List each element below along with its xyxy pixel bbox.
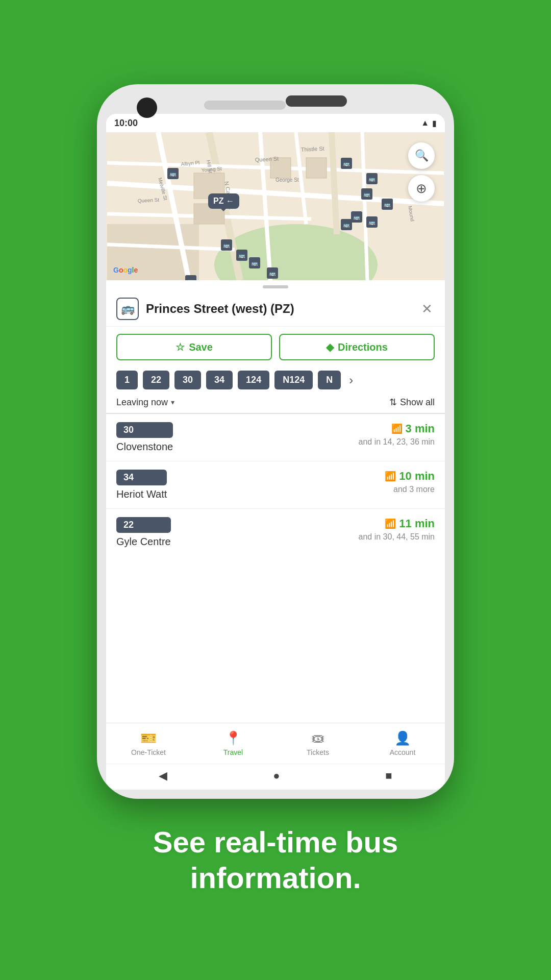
- bus-stop-marker-pz[interactable]: PZ ←: [208, 193, 239, 209]
- location-icon: ⊕: [416, 181, 427, 197]
- nav-label-tickets: Tickets: [307, 748, 329, 756]
- leaving-now-filter[interactable]: Leaving now ▾: [116, 397, 174, 408]
- home-button[interactable]: ●: [273, 769, 280, 782]
- nav-item-tickets[interactable]: 🎟 Tickets: [276, 723, 360, 764]
- route-pill-30[interactable]: 30: [174, 371, 201, 389]
- bus-time-secondary: and in 14, 23, 36 min: [359, 437, 435, 447]
- map-stop-icon: 🚌: [167, 168, 179, 179]
- headline: See real-time businformation.: [153, 824, 398, 895]
- bottom-nav: 🎫 One-Ticket 📍 Travel 🎟 Tickets 👤 Accoun…: [106, 723, 445, 764]
- stop-header: 🚌 Princes Street (west) (PZ) ✕: [106, 291, 445, 327]
- filter-bar: Leaving now ▾ ⇅ Show all: [106, 393, 445, 414]
- bus-list-item[interactable]: 22 Gyle Centre 📶 11 min and in 30, 44, 5…: [106, 509, 445, 556]
- map-stop-icon: 🚌: [236, 250, 247, 261]
- nav-item-account[interactable]: 👤 Account: [360, 723, 445, 764]
- svg-rect-16: [306, 158, 327, 178]
- bus-list-right: 📶 10 min and 3 more: [385, 470, 435, 494]
- drag-handle: [263, 285, 288, 288]
- nav-item-one-ticket[interactable]: 🎫 One-Ticket: [106, 723, 191, 764]
- map-stop-icon: 🚌: [341, 158, 352, 169]
- bus-time-value: 11 min: [399, 517, 435, 530]
- svg-text:Thistle St: Thistle St: [300, 145, 324, 153]
- star-icon: ☆: [176, 341, 185, 353]
- map-stop-icon: 🚌: [382, 199, 393, 210]
- nav-label-account: Account: [390, 748, 416, 756]
- phone-device: 10:00 ▲ ▮: [97, 84, 454, 799]
- status-bar: 10:00 ▲ ▮: [106, 114, 445, 132]
- nav-label-one-ticket: One-Ticket: [131, 748, 166, 756]
- save-button[interactable]: ☆ Save: [116, 334, 272, 360]
- svg-text:George St: George St: [276, 177, 299, 183]
- battery-icon: ▮: [432, 118, 437, 128]
- route-pill-n[interactable]: N: [318, 371, 341, 389]
- bus-list-item[interactable]: 30 Clovenstone 📶 3 min and in 14, 23, 36…: [106, 414, 445, 461]
- route-pill-1[interactable]: 1: [116, 371, 138, 389]
- search-icon: 🔍: [415, 149, 429, 162]
- route-pill-124[interactable]: 124: [238, 371, 269, 389]
- bus-time-secondary: and 3 more: [385, 485, 435, 494]
- show-all-button[interactable]: ⇅ Show all: [389, 397, 435, 408]
- route-pills-container: 1 22 30 34 124 N124 N ›: [106, 368, 445, 393]
- map-stop-icon: 🚌: [249, 257, 260, 268]
- back-button[interactable]: ◀: [159, 769, 167, 782]
- map-stop-icon: 🚌: [361, 188, 372, 200]
- bus-time-primary: 📶 3 min: [359, 422, 435, 435]
- svg-text:Queen St: Queen St: [138, 197, 160, 204]
- bus-number-badge: 22: [116, 517, 171, 533]
- bus-time-primary: 📶 10 min: [385, 470, 435, 483]
- tickets-icon: 🎟: [311, 730, 324, 746]
- bus-time-secondary: and in 30, 44, 55 min: [359, 532, 435, 542]
- status-time: 10:00: [114, 118, 138, 129]
- nav-item-travel[interactable]: 📍 Travel: [191, 723, 276, 764]
- bus-destination: Heriot Watt: [116, 488, 167, 500]
- recent-button[interactable]: ■: [385, 769, 392, 782]
- phone-screen: 10:00 ▲ ▮: [106, 114, 445, 790]
- bus-number-badge: 30: [116, 422, 173, 438]
- drag-handle-area[interactable]: [106, 280, 445, 291]
- bus-time-value: 3 min: [406, 422, 435, 435]
- map-stop-icon: 🚌: [267, 267, 278, 279]
- route-more-button[interactable]: ›: [346, 371, 356, 389]
- phone-earpiece: [286, 95, 347, 107]
- google-logo: Google: [113, 266, 138, 274]
- directions-icon: ◆: [326, 341, 334, 353]
- close-button[interactable]: ✕: [419, 299, 435, 319]
- show-all-label: Show all: [400, 397, 435, 408]
- bus-destination: Clovenstone: [116, 441, 173, 453]
- route-pill-n124[interactable]: N124: [274, 371, 313, 389]
- one-ticket-icon: 🎫: [140, 730, 157, 746]
- bus-list-item[interactable]: 34 Heriot Watt 📶 10 min and 3 more: [106, 461, 445, 509]
- phone-speaker: [204, 101, 286, 110]
- realtime-icon: 📶: [391, 423, 403, 434]
- bus-marker-text: PZ ←: [213, 197, 234, 206]
- account-icon: 👤: [394, 730, 411, 746]
- headline-text: See real-time businformation.: [153, 824, 398, 895]
- realtime-icon: 📶: [385, 471, 396, 482]
- map-stop-icon: 🚌: [341, 219, 352, 230]
- wifi-icon: ▲: [421, 118, 429, 128]
- action-buttons: ☆ Save ◆ Directions: [106, 327, 445, 368]
- bus-number-badge: 34: [116, 470, 167, 485]
- map-stop-icon: 🚌: [221, 239, 232, 251]
- bus-list-right: 📶 3 min and in 14, 23, 36 min: [359, 422, 435, 447]
- bus-list-left: 34 Heriot Watt: [116, 470, 167, 500]
- map-stop-icon: 🚌: [366, 173, 378, 184]
- bus-list-left: 22 Gyle Centre: [116, 517, 171, 548]
- stop-header-left: 🚌 Princes Street (west) (PZ): [116, 298, 294, 320]
- svg-text:Queen St: Queen St: [255, 156, 279, 163]
- bus-list: 30 Clovenstone 📶 3 min and in 14, 23, 36…: [106, 414, 445, 723]
- bus-time-primary: 📶 11 min: [359, 517, 435, 530]
- route-pill-22[interactable]: 22: [143, 371, 169, 389]
- bus-time-value: 10 min: [399, 470, 435, 483]
- map-stop-icon: 🚌: [351, 211, 362, 223]
- phone-top-bar: [106, 93, 445, 110]
- route-pill-34[interactable]: 34: [206, 371, 233, 389]
- stop-name: Princes Street (west) (PZ): [146, 302, 294, 316]
- nav-label-travel: Travel: [223, 748, 243, 756]
- directions-button[interactable]: ◆ Directions: [279, 334, 435, 360]
- bus-destination: Gyle Centre: [116, 536, 171, 548]
- status-icons: ▲ ▮: [421, 118, 437, 128]
- bus-list-right: 📶 11 min and in 30, 44, 55 min: [359, 517, 435, 542]
- android-nav-bar: ◀ ● ■: [106, 764, 445, 790]
- sort-icon: ⇅: [389, 397, 397, 408]
